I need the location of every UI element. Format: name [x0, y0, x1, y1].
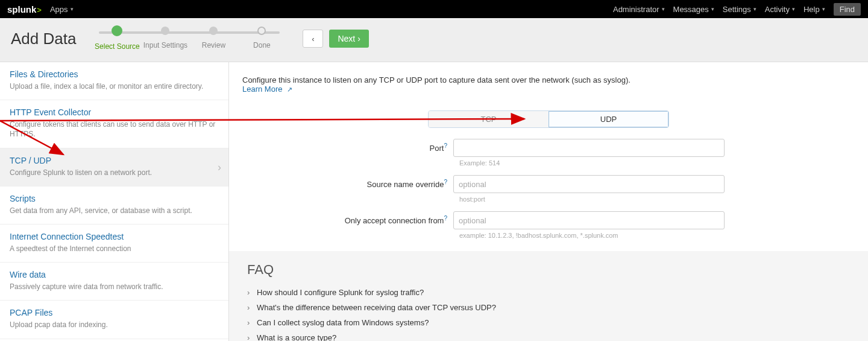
source-name-input[interactable] — [453, 175, 725, 193]
administrator-menu[interactable]: Administrator▾ — [613, 5, 665, 14]
chevron-down-icon: ▾ — [753, 6, 756, 12]
chevron-down-icon: ▾ — [792, 6, 795, 12]
external-link-icon: ↗ — [287, 86, 292, 93]
chevron-right-icon: › — [247, 288, 253, 297]
port-hint: Example: 514 — [459, 159, 725, 167]
config-panel: Configure this instance to listen on any… — [229, 62, 868, 341]
chevron-right-icon: › — [247, 303, 253, 312]
faq-item[interactable]: ›Can I collect syslog data from Windows … — [247, 315, 855, 330]
apps-menu[interactable]: Apps▾ — [50, 5, 74, 14]
chevron-right-icon: › — [218, 161, 221, 173]
source-internet-speedtest[interactable]: Internet Connection Speedtest A speedtes… — [0, 225, 228, 263]
wizard-step-input-settings[interactable]: Input Settings — [141, 27, 189, 49]
wizard-header: Add Data Select Source Input Settings Re… — [0, 18, 868, 62]
protocol-udp-option[interactable]: UDP — [549, 111, 668, 127]
chevron-right-icon: › — [357, 34, 360, 43]
faq-item[interactable]: ›How should I configure Splunk for syslo… — [247, 285, 855, 300]
source-tcp-udp[interactable]: TCP / UDP Configure Splunk to listen on … — [0, 148, 228, 186]
port-label: Port? — [339, 142, 453, 153]
faq-item[interactable]: ›What is a source type? — [247, 330, 855, 341]
find-button[interactable]: Find — [834, 3, 861, 16]
messages-menu[interactable]: Messages▾ — [673, 5, 714, 14]
next-button[interactable]: Next› — [329, 30, 368, 48]
brand-logo: splunk> — [7, 4, 42, 14]
source-type-sidebar: Files & Directories Upload a file, index… — [0, 62, 229, 341]
source-scripts[interactable]: Scripts Get data from any API, service, … — [0, 186, 228, 225]
faq-section: FAQ ›How should I configure Splunk for s… — [229, 251, 868, 341]
wizard-steps: Select Source Input Settings Review Done — [93, 27, 286, 51]
faq-heading: FAQ — [247, 262, 855, 278]
source-wire-data[interactable]: Wire data Passively capture wire data fr… — [0, 263, 228, 301]
accept-from-input[interactable] — [453, 211, 725, 229]
port-input[interactable] — [453, 139, 725, 157]
learn-more-link[interactable]: Learn More ↗ — [242, 84, 292, 94]
help-icon[interactable]: ? — [444, 142, 447, 149]
help-icon[interactable]: ? — [444, 215, 447, 221]
source-name-hint: host:port — [459, 196, 725, 203]
back-button[interactable]: ‹ — [303, 30, 323, 48]
help-menu[interactable]: Help▾ — [804, 5, 825, 14]
chevron-down-icon: ▾ — [71, 6, 74, 12]
chevron-down-icon: ▾ — [822, 6, 825, 12]
chevron-right-icon: › — [247, 318, 253, 327]
brand-caret-icon: > — [37, 5, 42, 14]
source-pcap-files[interactable]: PCAP Files Upload pcap data for indexing… — [0, 301, 228, 339]
intro-text: Configure this instance to listen on any… — [242, 75, 855, 94]
protocol-toggle: TCP UDP — [428, 110, 669, 128]
source-name-label: Source name override? — [339, 179, 453, 189]
help-icon[interactable]: ? — [444, 179, 447, 185]
faq-item[interactable]: ›What's the difference between receiving… — [247, 300, 855, 315]
page-title: Add Data — [11, 30, 76, 48]
chevron-down-icon: ▾ — [711, 6, 714, 12]
top-nav-bar: splunk> Apps▾ Administrator▾ Messages▾ S… — [0, 0, 868, 18]
accept-from-hint: example: 10.1.2.3, !badhost.splunk.com, … — [459, 232, 725, 239]
chevron-down-icon: ▾ — [662, 6, 665, 12]
activity-menu[interactable]: Activity▾ — [765, 5, 795, 14]
wizard-step-review[interactable]: Review — [189, 27, 237, 49]
protocol-tcp-option[interactable]: TCP — [429, 111, 549, 127]
source-files-directories[interactable]: Files & Directories Upload a file, index… — [0, 62, 228, 100]
wizard-step-done[interactable]: Done — [237, 27, 286, 49]
chevron-right-icon: › — [247, 333, 253, 341]
accept-from-label: Only accept connection from? — [339, 215, 453, 225]
wizard-step-select-source[interactable]: Select Source — [93, 27, 141, 51]
source-http-event-collector[interactable]: HTTP Event Collector Configure tokens th… — [0, 100, 228, 148]
settings-menu[interactable]: Settings▾ — [723, 5, 756, 14]
